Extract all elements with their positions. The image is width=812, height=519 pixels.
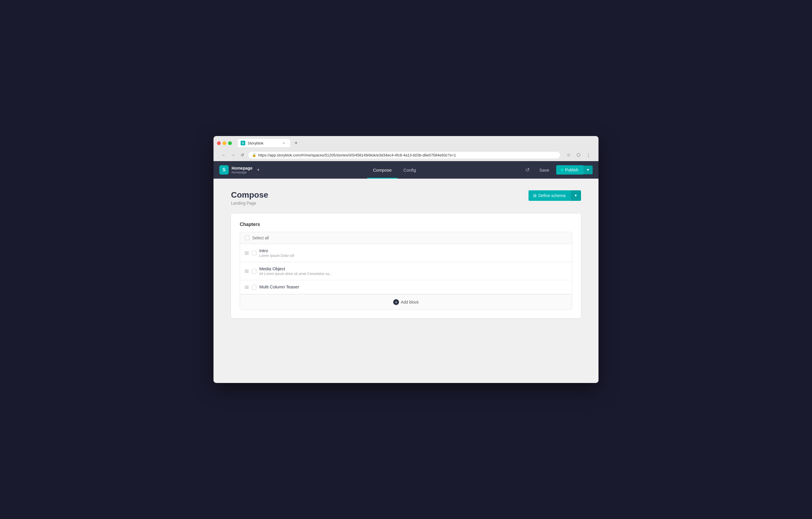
app-header: S Homepage homepage ▼ Compose Config ↺ S… [213, 161, 599, 179]
app-header-actions: ↺ Save Publish ▼ [523, 165, 593, 174]
browser-actions: ☆ ⬡ ⋮ [565, 151, 592, 159]
define-schema-button-group: ⊞ Define schema ▼ [528, 190, 581, 201]
url-text: https://app.storyblok.com/#!/me/spaces/5… [258, 153, 556, 157]
chapters-section-title: Chapters [240, 222, 572, 227]
maximize-button[interactable] [228, 141, 232, 145]
browser-chrome: S Storyblok × + ← → ↺ 🔒 https://app.stor… [213, 136, 599, 161]
chapters-list: Select all Intro Lorem Ipsum Dolor sit! [240, 232, 572, 310]
drag-handle[interactable] [245, 252, 249, 254]
chapter-name: Intro [259, 248, 567, 253]
bookmark-icon[interactable]: ☆ [565, 151, 572, 159]
refresh-button[interactable]: ↺ [239, 151, 246, 159]
chapter-preview: Lorem Ipsum Dolor sit! [259, 254, 567, 258]
chapter-info: Intro Lorem Ipsum Dolor sit! [259, 248, 567, 258]
back-button[interactable]: ← [220, 151, 228, 159]
chapter-item: Multi Column Teaser [240, 280, 572, 294]
browser-addressbar: ← → ↺ 🔒 https://app.storyblok.com/#!/me/… [217, 149, 595, 161]
publish-button-group: Publish ▼ [556, 165, 593, 174]
reset-button[interactable]: ↺ [523, 165, 532, 174]
publish-dropdown-button[interactable]: ▼ [583, 165, 593, 174]
app-nav: Compose Config [266, 161, 523, 179]
extensions-icon[interactable]: ⬡ [575, 151, 582, 159]
app-logo-subtitle: homepage [232, 170, 253, 174]
define-schema-dropdown-button[interactable]: ▼ [570, 190, 581, 201]
chapter-checkbox[interactable] [252, 251, 256, 255]
tab-bar: S Storyblok × + [238, 139, 300, 147]
select-all-label: Select all [252, 236, 269, 240]
add-block-icon: + [393, 299, 399, 305]
address-bar[interactable]: 🔒 https://app.storyblok.com/#!/me/spaces… [249, 152, 560, 159]
chapter-checkbox[interactable] [252, 285, 256, 290]
publish-main-button[interactable]: Publish [556, 165, 583, 174]
forward-button[interactable]: → [229, 151, 237, 159]
browser-window: S Storyblok × + ← → ↺ 🔒 https://app.stor… [213, 136, 599, 383]
drag-handle[interactable] [245, 286, 249, 289]
app-logo-title: Homepage [232, 166, 253, 170]
save-button[interactable]: Save [536, 166, 553, 174]
app-logo-icon: S [219, 165, 229, 174]
browser-tab-storyblok[interactable]: S Storyblok × [238, 139, 290, 147]
page-title-section: Compose Landing Page [231, 190, 268, 206]
logo-dropdown-icon[interactable]: ▼ [257, 168, 260, 172]
tab-favicon: S [241, 141, 245, 145]
content-card: Chapters Select all Intro [231, 214, 581, 318]
chapter-name: Media Object [259, 266, 567, 271]
page-subtitle: Landing Page [231, 201, 268, 206]
page-title: Compose [231, 190, 268, 200]
drag-handle[interactable] [245, 270, 249, 273]
select-all-checkbox[interactable] [245, 236, 250, 240]
app-content: S Homepage homepage ▼ Compose Config ↺ S… [213, 161, 599, 383]
app-logo-area: S Homepage homepage ▼ [219, 165, 266, 174]
chapter-name: Multi Column Teaser [259, 284, 567, 289]
tab-config[interactable]: Config [398, 161, 422, 179]
add-block-row[interactable]: + Add block [240, 294, 572, 310]
chapter-info: Media Object ## Lorem ipsum dolor sit am… [259, 266, 567, 276]
new-tab-button[interactable]: + [292, 139, 300, 147]
app-logo-text: Homepage homepage [232, 166, 253, 174]
select-all-row: Select all [240, 232, 572, 244]
chapter-checkbox[interactable] [252, 269, 256, 274]
lock-icon: 🔒 [252, 153, 256, 157]
tab-close-button[interactable]: × [282, 141, 286, 145]
main-content: Compose Landing Page ⊞ Define schema ▼ C… [213, 179, 599, 330]
tab-compose[interactable]: Compose [367, 161, 398, 179]
nav-buttons: ← → ↺ [220, 151, 246, 159]
tab-title: Storyblok [248, 141, 279, 145]
define-schema-icon: ⊞ [533, 193, 536, 198]
menu-icon[interactable]: ⋮ [584, 151, 592, 159]
page-header: Compose Landing Page ⊞ Define schema ▼ [231, 190, 581, 206]
close-button[interactable] [217, 141, 221, 145]
chapter-preview: ## Lorem ipsum dolor sit amet Consetetur… [259, 272, 567, 276]
chapter-item: Media Object ## Lorem ipsum dolor sit am… [240, 262, 572, 280]
define-schema-button[interactable]: ⊞ Define schema [528, 190, 570, 201]
chapter-info: Multi Column Teaser [259, 284, 567, 290]
publish-status-dot [561, 169, 563, 171]
chapter-item: Intro Lorem Ipsum Dolor sit! [240, 244, 572, 262]
browser-titlebar: S Storyblok × + [217, 139, 595, 147]
add-block-label: Add block [401, 300, 418, 304]
minimize-button[interactable] [223, 141, 226, 145]
traffic-lights [217, 141, 232, 145]
